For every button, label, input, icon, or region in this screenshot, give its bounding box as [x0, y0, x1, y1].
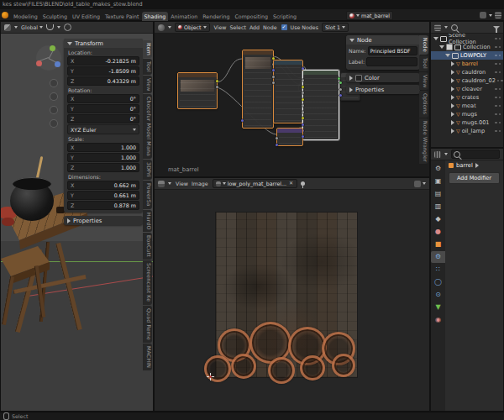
properties-tab-render[interactable]: ▣: [431, 176, 445, 187]
scale-y-field[interactable]: Y1.000: [67, 153, 139, 162]
scale-x-field[interactable]: X1.000: [67, 143, 139, 152]
expand-icon[interactable]: [451, 95, 454, 100]
visibility-toggles[interactable]: [495, 63, 501, 66]
screen-layout-icon[interactable]: [480, 12, 486, 18]
editor-type-3d-icon[interactable]: [4, 24, 11, 31]
editor-type-outliner-icon[interactable]: [434, 24, 441, 31]
dimensions-y-field[interactable]: Y0.661 m: [67, 191, 139, 200]
material-selector[interactable]: mat_barrel: [346, 11, 393, 20]
display-channels-icon[interactable]: [414, 181, 421, 187]
properties-tab-scene[interactable]: ◆: [431, 213, 445, 225]
viewport-sidebar-tab-hardo[interactable]: HardO: [143, 210, 152, 233]
snap-magnet-icon[interactable]: [46, 24, 54, 30]
properties-tab-tool[interactable]: ⚙: [431, 163, 445, 175]
toggle-ortho-button[interactable]: [50, 119, 58, 128]
expand-icon[interactable]: [451, 129, 454, 134]
properties-tab-particles[interactable]: ∷: [431, 264, 445, 276]
rotation-z-field[interactable]: Z0°: [67, 114, 139, 123]
shader-add-menu[interactable]: Add: [249, 24, 260, 30]
visibility-toggles[interactable]: [495, 38, 501, 40]
chevron-down-icon[interactable]: [489, 14, 492, 17]
input-socket[interactable]: [302, 98, 304, 101]
dimensions-z-field[interactable]: Z0.878 m: [67, 201, 139, 210]
visibility-toggles[interactable]: [495, 46, 501, 49]
image-selector[interactable]: low_poly_mat_barrel...: [213, 179, 297, 188]
outliner-row-scene-collection[interactable]: Scene Collection: [431, 34, 503, 43]
viewport-3d[interactable]: Global: [0, 21, 154, 412]
visibility-toggles[interactable]: [495, 113, 501, 116]
expand-icon[interactable]: [451, 112, 454, 117]
editor-type-properties-icon[interactable]: [434, 151, 441, 158]
properties-tab-object-data[interactable]: ▼: [431, 302, 445, 313]
expand-icon[interactable]: [439, 45, 444, 49]
node-color-subpanel[interactable]: Color: [346, 73, 420, 82]
gizmo-x-axis[interactable]: [36, 60, 42, 66]
chevron-down-icon[interactable]: [57, 26, 60, 29]
collection-checkbox[interactable]: [446, 44, 453, 50]
visibility-toggles[interactable]: [495, 71, 501, 74]
mapping-node[interactable]: [273, 60, 303, 123]
transform-panel-header[interactable]: Transform: [64, 39, 143, 48]
editor-type-shader-icon[interactable]: [158, 24, 165, 31]
gizmo-y-axis[interactable]: [50, 45, 55, 51]
shader-editor[interactable]: Object ViewSelectAddNode Use Nodes Slot …: [154, 21, 430, 177]
outliner-item-oil-lamp[interactable]: ▽oil_lamp: [431, 127, 503, 135]
viewport-sidebar-tab-chocofur-model-mana[interactable]: Chocofur Model Mana: [143, 94, 152, 159]
node-header[interactable]: [243, 50, 273, 55]
input-socket[interactable]: [302, 92, 304, 94]
workspace-tab-rendering[interactable]: Rendering: [200, 12, 232, 21]
viewport-sidebar-tab-quad-reme[interactable]: Quad Reme: [143, 306, 152, 343]
add-modifier-button[interactable]: Add Modifier: [449, 172, 500, 184]
properties-tab-view-layer[interactable]: ▥: [431, 201, 445, 213]
outliner-row-lowpoly[interactable]: LOWPOLY: [431, 51, 503, 60]
search-icon[interactable]: [451, 24, 458, 31]
viewport-canvas[interactable]: Transform Location: X-0.21825 m Y-1.8509…: [1, 34, 153, 411]
input-socket[interactable]: [272, 69, 275, 71]
outliner-item-meat[interactable]: ▽meat: [431, 102, 503, 110]
outliner-item-cleaver[interactable]: ▽cleaver: [431, 85, 503, 93]
move-view-button[interactable]: [50, 92, 58, 101]
shader-select-menu[interactable]: Select: [228, 24, 246, 30]
output-socket[interactable]: [302, 135, 304, 138]
workspace-tab-modeling[interactable]: Modeling: [11, 12, 40, 21]
input-socket[interactable]: [302, 104, 304, 107]
outliner-item-cauldron-02[interactable]: ▽cauldron_02: [431, 76, 503, 85]
input-socket[interactable]: [302, 111, 304, 113]
blender-app-icon[interactable]: [2, 12, 8, 18]
viewport-sidebar-tab-machin[interactable]: MACHIN: [143, 344, 152, 370]
filter-icon[interactable]: [493, 26, 500, 29]
output-socket[interactable]: [216, 86, 218, 88]
pin-icon[interactable]: [301, 181, 305, 186]
shader-sidebar-tab-node-wrangler[interactable]: Node Wrangler: [419, 118, 428, 165]
output-socket[interactable]: [216, 80, 218, 82]
workspace-tab-texture-paint[interactable]: Texture Paint: [102, 12, 142, 21]
viewport-sidebar-tab-screencast-ke[interactable]: Screencast Ke: [143, 260, 152, 304]
location-z-field[interactable]: Z0.43329 m: [67, 76, 139, 86]
slot-dropdown[interactable]: Slot 1: [322, 23, 349, 32]
node-header[interactable]: [274, 60, 302, 65]
workspace-tab-compositing[interactable]: Compositing: [232, 12, 270, 21]
location-x-field[interactable]: X-0.21825 m: [67, 56, 139, 66]
input-socket[interactable]: [302, 117, 304, 119]
gizmo-z-axis[interactable]: [55, 61, 60, 67]
node-properties-subpanel[interactable]: Properties: [346, 85, 420, 94]
expand-icon[interactable]: [451, 87, 454, 92]
input-socket[interactable]: [339, 94, 342, 97]
node-header[interactable]: [178, 73, 217, 77]
scale-z-field[interactable]: Z1.000: [67, 163, 139, 172]
expand-icon[interactable]: [451, 70, 454, 75]
input-socket[interactable]: [339, 81, 342, 84]
workspace-tab-uv-editing[interactable]: UV Editing: [70, 12, 102, 21]
viewport-sidebar-tab-3dpri[interactable]: 3DPri: [143, 160, 152, 180]
visibility-toggles[interactable]: [495, 97, 501, 99]
node-canvas[interactable]: mat_barrel Node Name: Principled BSDF La…: [155, 34, 429, 176]
outliner-item-mugs-001[interactable]: ▽mugs.001: [431, 118, 503, 127]
outliner[interactable]: Scene CollectionCollectionLOWPOLY▽barrel…: [430, 21, 504, 148]
shading-scope-dropdown[interactable]: Object: [175, 23, 210, 32]
zoom-button[interactable]: [50, 79, 58, 87]
workspace-tab-sculpting[interactable]: Sculpting: [40, 12, 70, 21]
outliner-item-barrel[interactable]: ▽barrel: [431, 60, 503, 68]
properties-editor[interactable]: ⚙▣▤▥◆●■⚙∷◯⊙▼◉ barrel Add Modifier: [430, 148, 504, 412]
properties-search-field[interactable]: [451, 150, 500, 159]
input-socket[interactable]: [339, 88, 342, 91]
